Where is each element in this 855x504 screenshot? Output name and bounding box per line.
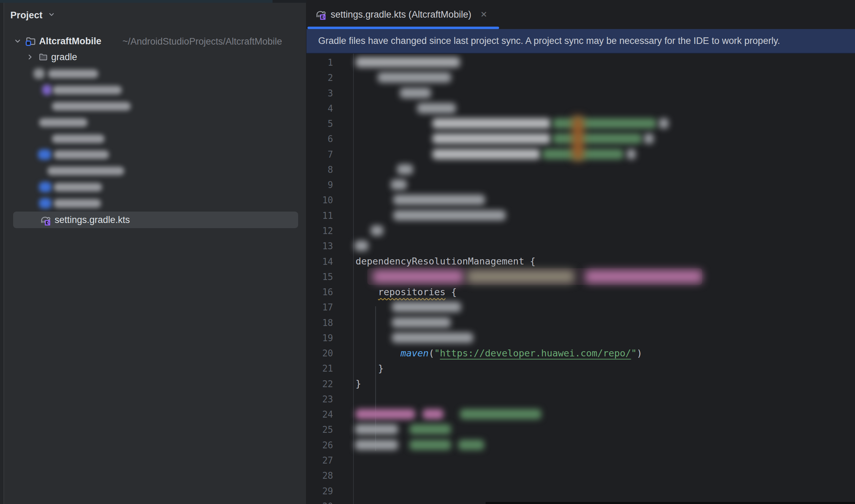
code-line-18[interactable] — [306, 315, 855, 330]
code-line-13[interactable] — [306, 238, 855, 253]
tree-item-label: settings.gradle.kts — [55, 215, 130, 225]
code-line-16[interactable]: repositories { — [306, 284, 855, 299]
redacted-code — [356, 409, 415, 419]
code-line-26[interactable] — [306, 437, 855, 452]
project-root-name: AltcraftMobile — [39, 36, 101, 47]
tree-item-gradle-folder[interactable]: gradle — [0, 49, 306, 65]
code-line-10[interactable] — [306, 192, 855, 207]
redacted-file-name — [52, 102, 131, 111]
tree-item-redacted[interactable] — [0, 98, 306, 114]
project-panel: Project AltcraftMobile ~/AndroidStudioPr… — [0, 0, 306, 504]
code-line-27[interactable] — [306, 452, 855, 468]
redacted-code — [355, 424, 398, 435]
tab-title: settings.gradle.kts (AltcraftMobile) — [331, 9, 471, 20]
redacted-file-icon — [38, 149, 51, 160]
chevron-down-icon[interactable] — [13, 37, 22, 47]
redacted-code — [392, 302, 461, 312]
redacted-code — [393, 210, 506, 221]
code-line-20[interactable]: maven("https://developer.huawei.com/repo… — [306, 345, 855, 361]
tab-settings-gradle-kts[interactable]: settings.gradle.kts (AltcraftMobile) ✕ — [306, 0, 500, 29]
tree-item-redacted[interactable] — [0, 82, 306, 98]
redacted-code — [410, 424, 451, 435]
code-line-23[interactable] — [306, 391, 855, 407]
code-line-24[interactable] — [306, 407, 855, 422]
redacted-code — [432, 149, 540, 159]
gradle-sync-banner: Gradle files have changed since last pro… — [306, 29, 855, 54]
tree-item-redacted[interactable] — [0, 114, 306, 130]
code-line-3[interactable] — [306, 85, 855, 101]
code-line-29[interactable] — [306, 483, 855, 498]
code-line-15[interactable] — [306, 269, 855, 284]
tree-item-project-root[interactable]: AltcraftMobile ~/AndroidStudioProjects/A… — [0, 33, 306, 49]
code-text: } — [306, 363, 384, 374]
code-line-8[interactable] — [306, 162, 855, 177]
redacted-code — [659, 118, 669, 129]
tree-item-redacted[interactable] — [0, 147, 306, 162]
redacted-file-icon — [39, 182, 52, 192]
redacted-code — [373, 270, 463, 283]
tree-item-label: gradle — [51, 52, 77, 63]
redacted-code-highlight — [572, 116, 583, 161]
bottom-edge-strip — [486, 502, 855, 504]
code-line-11[interactable] — [306, 208, 855, 223]
banner-message: Gradle files have changed since last pro… — [318, 36, 780, 46]
tree-item-redacted[interactable] — [0, 195, 306, 211]
code-line-19[interactable] — [306, 330, 855, 345]
code-line-12[interactable] — [306, 223, 855, 238]
redacted-file-name — [48, 69, 98, 78]
code-line-17[interactable] — [306, 299, 855, 315]
redacted-code — [410, 440, 451, 450]
redacted-code — [553, 118, 656, 129]
project-root-path: ~/AndroidStudioProjects/AltcraftMobile — [122, 36, 282, 47]
tree-item-redacted[interactable] — [0, 179, 306, 195]
redacted-code — [391, 179, 407, 190]
tab-close-icon[interactable]: ✕ — [480, 10, 487, 19]
redacted-code — [553, 133, 642, 144]
gradle-kotlin-file-icon — [314, 8, 327, 22]
code-text: repositories { — [306, 287, 457, 297]
android-studio-window: Project AltcraftMobile ~/AndroidStudioPr… — [0, 0, 855, 504]
code-editor[interactable]: 1234567891011121314151617181920212223242… — [306, 54, 855, 504]
redacted-code — [378, 72, 451, 83]
redacted-code — [423, 409, 443, 419]
redacted-code — [400, 88, 431, 98]
code-line-22[interactable]: } — [306, 376, 855, 391]
tree-item-redacted[interactable] — [0, 131, 306, 147]
folder-icon — [38, 52, 48, 64]
editor-tab-bar: settings.gradle.kts (AltcraftMobile) ✕ — [306, 0, 855, 29]
redacted-code — [393, 195, 485, 205]
code-line-2[interactable] — [306, 70, 855, 85]
redacted-code — [417, 103, 456, 113]
code-line-28[interactable] — [306, 468, 855, 483]
tree-item-redacted[interactable] — [0, 163, 306, 179]
chevron-right-icon[interactable] — [26, 53, 35, 63]
redacted-code — [355, 440, 398, 450]
tree-item-settings-gradle-kts[interactable]: settings.gradle.kts — [0, 212, 306, 228]
code-line-25[interactable] — [306, 422, 855, 437]
redacted-file-icon — [34, 68, 45, 79]
code-text: dependencyResolutionManagement { — [306, 256, 535, 267]
tree-item-redacted[interactable] — [0, 66, 306, 82]
android-project-folder-icon — [25, 35, 37, 48]
panel-top-strip-right — [273, 0, 306, 3]
redacted-code — [432, 118, 551, 129]
gradle-kotlin-file-icon — [39, 214, 51, 228]
redacted-code — [392, 333, 473, 343]
redacted-file-icon — [42, 85, 52, 95]
redacted-code — [627, 149, 636, 159]
redacted-code — [397, 164, 413, 175]
code-line-14[interactable]: dependencyResolutionManagement { — [306, 254, 855, 269]
project-tool-window-header[interactable]: Project — [10, 8, 56, 23]
redacted-code — [392, 317, 451, 328]
chevron-down-icon[interactable] — [47, 10, 56, 20]
redacted-file-name — [53, 86, 122, 94]
redacted-file-name — [54, 199, 101, 208]
editor-area: settings.gradle.kts (AltcraftMobile) ✕ G… — [306, 0, 855, 504]
redacted-file-name — [54, 150, 109, 159]
code-line-1[interactable] — [306, 55, 855, 70]
redacted-code — [371, 225, 383, 236]
code-line-9[interactable] — [306, 177, 855, 192]
code-line-4[interactable] — [306, 101, 855, 116]
redacted-code — [356, 57, 460, 67]
code-line-21[interactable]: } — [306, 361, 855, 376]
